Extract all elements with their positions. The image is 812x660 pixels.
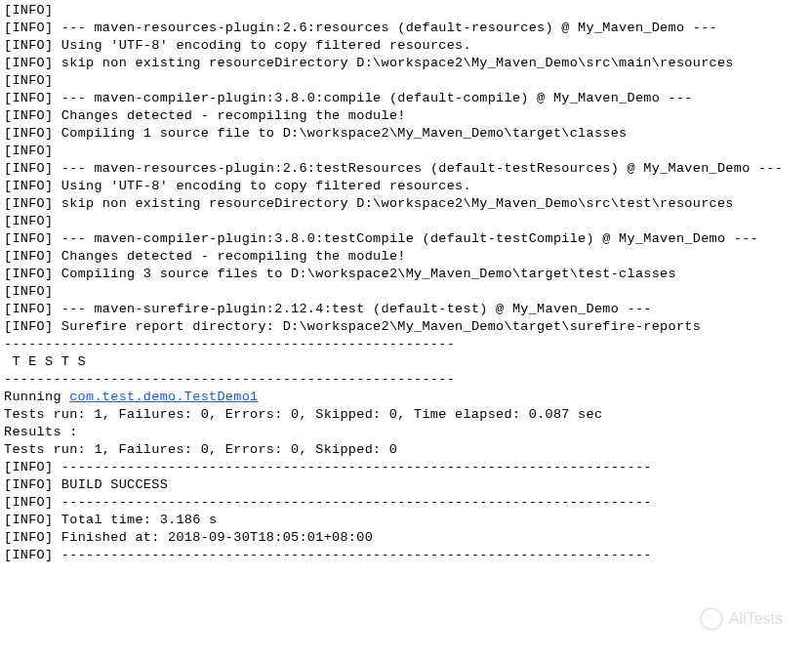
console-line: [INFO] BUILD SUCCESS [4, 476, 808, 494]
log-level-tag: [INFO] [4, 21, 53, 35]
log-level-tag: [INFO] [4, 495, 53, 510]
watermark-icon: ◌ [700, 607, 723, 631]
console-line: [INFO] --- maven-compiler-plugin:3.8.0:t… [4, 230, 808, 248]
log-message [53, 144, 61, 158]
log-level-tag: [INFO] [4, 530, 53, 545]
log-message [53, 214, 61, 228]
log-message: Compiling 3 source files to D:\workspace… [53, 267, 676, 281]
log-message: --- maven-resources-plugin:2.6:testResou… [53, 161, 783, 176]
log-level-tag: [INFO] [4, 179, 53, 193]
log-message: ----------------------------------------… [53, 460, 651, 474]
test-class-link[interactable]: com.test.demo.TestDemo1 [69, 390, 258, 404]
log-level-tag: [INFO] [4, 513, 53, 527]
console-line: [INFO] --- maven-surefire-plugin:2.12.4:… [4, 301, 808, 318]
log-message: Tests run: 1, Failures: 0, Errors: 0, Sk… [4, 442, 397, 457]
console-line: [INFO] Changes detected - recompiling th… [4, 248, 808, 266]
log-message: Changes detected - recompiling the modul… [53, 249, 405, 264]
console-line: [INFO] Surefire report directory: D:\wor… [4, 318, 808, 336]
log-message: ----------------------------------------… [4, 372, 455, 387]
console-line: [INFO] [4, 283, 808, 301]
log-message: T E S T S [4, 354, 86, 369]
log-level-tag: [INFO] [4, 3, 53, 18]
console-line: [INFO] ---------------------------------… [4, 494, 808, 512]
log-level-tag: [INFO] [4, 302, 53, 316]
console-line: Results : [4, 424, 808, 441]
console-line: ----------------------------------------… [4, 336, 808, 353]
log-message [53, 73, 61, 88]
console-line: [INFO] Compiling 1 source file to D:\wor… [4, 125, 808, 143]
console-line: [INFO] [4, 2, 808, 20]
console-line: [INFO] Total time: 3.186 s [4, 512, 808, 529]
log-message: Compiling 1 source file to D:\workspace2… [53, 126, 627, 141]
log-level-tag: [INFO] [4, 91, 53, 105]
console-line: [INFO] skip non existing resourceDirecto… [4, 55, 808, 72]
log-level-tag: [INFO] [4, 108, 53, 123]
watermark: ◌ AllTests [700, 607, 783, 631]
log-message: BUILD SUCCESS [53, 477, 168, 492]
log-message: ----------------------------------------… [53, 548, 651, 562]
console-line: [INFO] [4, 213, 808, 230]
console-line: [INFO] Compiling 3 source files to D:\wo… [4, 266, 808, 283]
log-message: skip non existing resourceDirectory D:\w… [53, 56, 733, 70]
console-line: Running com.test.demo.TestDemo1 [4, 389, 808, 406]
console-line: [INFO] [4, 72, 808, 90]
log-message: skip non existing resourceDirectory D:\w… [53, 196, 733, 211]
log-level-tag: [INFO] [4, 126, 53, 141]
log-message [53, 284, 61, 299]
console-line: [INFO] --- maven-compiler-plugin:3.8.0:c… [4, 90, 808, 107]
log-level-tag: [INFO] [4, 144, 53, 158]
log-message: Results : [4, 425, 78, 439]
log-message: Using 'UTF-8' encoding to copy filtered … [53, 179, 470, 193]
console-line: Tests run: 1, Failures: 0, Errors: 0, Sk… [4, 441, 808, 459]
console-line: [INFO] --- maven-resources-plugin:2.6:te… [4, 160, 808, 178]
log-message: Finished at: 2018-09-30T18:05:01+08:00 [53, 530, 373, 545]
log-level-tag: [INFO] [4, 56, 53, 70]
log-message: Tests run: 1, Failures: 0, Errors: 0, Sk… [4, 407, 602, 422]
log-level-tag: [INFO] [4, 73, 53, 88]
log-message: Running [4, 390, 69, 404]
console-line: [INFO] Changes detected - recompiling th… [4, 107, 808, 125]
log-message: --- maven-resources-plugin:2.6:resources… [53, 21, 717, 35]
console-line: [INFO] ---------------------------------… [4, 459, 808, 476]
console-line: T E S T S [4, 353, 808, 371]
log-level-tag: [INFO] [4, 267, 53, 281]
log-level-tag: [INFO] [4, 231, 53, 246]
log-message: --- maven-compiler-plugin:3.8.0:compile … [53, 91, 692, 105]
console-line: [INFO] Finished at: 2018-09-30T18:05:01+… [4, 529, 808, 547]
log-level-tag: [INFO] [4, 460, 53, 474]
log-level-tag: [INFO] [4, 319, 53, 334]
log-message [53, 3, 61, 18]
log-level-tag: [INFO] [4, 161, 53, 176]
log-message: Changes detected - recompiling the modul… [53, 108, 405, 123]
log-level-tag: [INFO] [4, 214, 53, 228]
console-line: [INFO] --- maven-resources-plugin:2.6:re… [4, 20, 808, 37]
log-message: ----------------------------------------… [53, 495, 651, 510]
log-message: --- maven-compiler-plugin:3.8.0:testComp… [53, 231, 758, 246]
console-line: Tests run: 1, Failures: 0, Errors: 0, Sk… [4, 406, 808, 424]
log-level-tag: [INFO] [4, 477, 53, 492]
log-level-tag: [INFO] [4, 249, 53, 264]
log-level-tag: [INFO] [4, 284, 53, 299]
console-line: ----------------------------------------… [4, 371, 808, 389]
console-line: [INFO] [4, 143, 808, 160]
watermark-text: AllTests [729, 610, 783, 628]
log-level-tag: [INFO] [4, 196, 53, 211]
console-line: [INFO] ---------------------------------… [4, 547, 808, 564]
log-message: Using 'UTF-8' encoding to copy filtered … [53, 38, 470, 53]
log-level-tag: [INFO] [4, 38, 53, 53]
log-message: Total time: 3.186 s [53, 513, 217, 527]
console-line: [INFO] skip non existing resourceDirecto… [4, 195, 808, 213]
log-level-tag: [INFO] [4, 548, 53, 562]
console-line: [INFO] Using 'UTF-8' encoding to copy fi… [4, 178, 808, 195]
maven-console-output: [INFO] [INFO] --- maven-resources-plugin… [0, 0, 812, 566]
log-message: ----------------------------------------… [4, 337, 455, 351]
log-message: Surefire report directory: D:\workspace2… [53, 319, 701, 334]
console-line: [INFO] Using 'UTF-8' encoding to copy fi… [4, 37, 808, 55]
log-message: --- maven-surefire-plugin:2.12.4:test (d… [53, 302, 651, 316]
